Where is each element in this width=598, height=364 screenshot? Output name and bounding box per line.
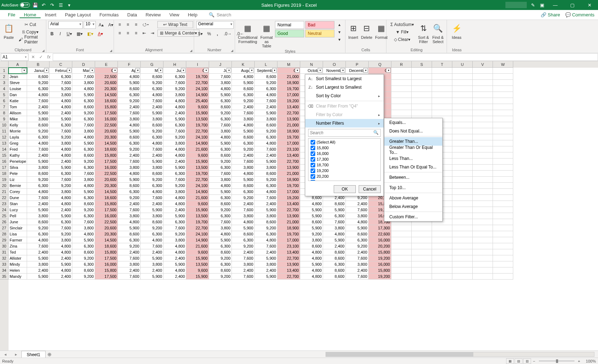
search-icon: 🔍 [209,12,214,17]
tab-data[interactable]: Data [123,12,141,17]
tab-review[interactable]: Review [141,12,165,17]
window-title: Sales Figures 2019 - Excel [73,2,505,8]
cut-button[interactable]: ✂ Cut [17,21,44,28]
comma-format-button[interactable]: , [214,30,221,37]
align-right-button[interactable]: ≡ [132,30,140,37]
tab-file[interactable]: File [4,10,20,20]
underline-button[interactable]: U▾ [65,30,74,37]
decrease-indent-button[interactable]: ⇤ [141,30,148,37]
account-icon[interactable] [505,2,527,8]
minimize-button[interactable]: — [548,0,562,10]
increase-font-button[interactable]: A▴ [97,21,105,28]
maximize-button[interactable]: ▢ [565,0,579,10]
insert-cells-button[interactable]: ⊞Insert [348,21,359,40]
autosave-toggle[interactable]: AutoSave Off [1,2,30,7]
font-name-select[interactable]: Arial [48,21,83,29]
tab-home[interactable]: Home [20,12,41,18]
format-as-table-button[interactable]: ▦Format as Table [260,21,274,49]
style-neutral-button[interactable]: Neutral [305,30,334,37]
number-format-select[interactable]: General [196,21,234,29]
paste-icon: 📋 [3,22,15,35]
align-top-button[interactable]: ≡ [116,21,123,28]
font-size-select[interactable]: 10 [84,21,96,29]
wrap-text-button[interactable]: ↩ Wrap Text [157,21,193,28]
formula-input[interactable] [53,53,598,61]
redo-icon[interactable]: ↷ [49,2,56,8]
sort-filter-button[interactable]: ⇅Sort & Filter [417,21,430,45]
italic-button[interactable]: I [57,30,64,37]
title-bar: AutoSave Off 💾 ↶ ↷ ☰ ▾ Sales Figures 201… [0,0,598,10]
styles-more-icon[interactable]: ▾ [336,36,343,43]
qat-dropdown-icon[interactable]: ▾ [66,2,73,8]
format-cells-button[interactable]: ▦Format [374,21,388,40]
align-bottom-button[interactable]: ≡ [132,21,140,28]
name-box[interactable]: A1▾ [1,53,28,61]
save-icon[interactable]: 💾 [32,2,38,8]
ideas-button[interactable]: ⚡Ideas [449,21,464,40]
conditional-formatting-button[interactable]: ▦Conditional Formatting [237,21,258,45]
merge-center-button[interactable]: ⊞ Merge & Center ▾ [157,30,199,37]
formula-bar: A1▾ ✕ ✓ fx [0,53,598,61]
delete-cells-button[interactable]: ⊟Delete [360,21,373,40]
touch-mode-icon[interactable]: ☰ [58,2,64,8]
ribbon-tabs: File HomeInsertPage LayoutFormulasDataRe… [0,10,598,20]
dialog-launcher-icon[interactable]: ◢ [231,49,233,52]
tab-page-layout[interactable]: Page Layout [61,12,95,17]
style-bad-button[interactable]: Bad [305,21,334,29]
comments-button[interactable]: 💬 Comments [565,12,594,17]
font-color-button[interactable]: A▾ [96,30,105,37]
tab-view[interactable]: View [165,12,183,17]
find-select-button[interactable]: 🔍Find & Select [431,21,444,45]
align-left-button[interactable]: ≡ [116,30,123,37]
orientation-button[interactable]: ⭯▾ [141,21,151,28]
app-mode-icon[interactable]: ▣ [539,2,545,8]
fx-icon[interactable]: fx [45,54,53,59]
tab-insert[interactable]: Insert [41,12,61,17]
fill-button[interactable]: ▼ Fill ▾ [389,28,416,36]
borders-button[interactable]: ▦▾ [75,30,84,37]
increase-indent-button[interactable]: ⇥ [149,30,156,37]
styles-scroll-up-icon[interactable]: ▴ [336,21,343,28]
increase-decimal-button[interactable]: .0→ [222,30,233,37]
styles-scroll-down-icon[interactable]: ▾ [336,28,343,36]
ribbon-display-icon[interactable]: ✎ [530,2,536,8]
tab-help[interactable]: Help [183,12,202,17]
dialog-launcher-icon[interactable]: ◢ [190,49,192,52]
undo-icon[interactable]: ↶ [41,2,47,8]
align-center-button[interactable]: ≡ [124,30,131,37]
dialog-launcher-icon[interactable]: ◢ [110,49,112,52]
enter-formula-icon[interactable]: ✓ [37,54,45,59]
paste-button[interactable]: 📋 Paste [2,21,15,40]
dialog-launcher-icon[interactable]: ◢ [42,49,45,52]
percent-format-button[interactable]: % [206,30,213,37]
autosum-button[interactable]: Σ AutoSum ▾ [389,21,416,28]
share-button[interactable]: 🔗 Share [541,12,560,17]
align-middle-button[interactable]: ≡ [124,21,131,28]
fill-color-button[interactable]: ◧▾ [85,30,95,37]
clear-button[interactable]: ◇ Clear ▾ [389,36,416,43]
style-normal-button[interactable]: Normal [275,21,304,29]
cancel-formula-icon[interactable]: ✕ [29,54,37,59]
tab-formulas[interactable]: Formulas [95,12,123,17]
style-good-button[interactable]: Good [275,30,304,37]
tell-me-search[interactable]: 🔍 Search [209,12,231,17]
bold-button[interactable]: B [48,30,56,37]
close-button[interactable]: ✕ [582,0,597,10]
ribbon: 📋 Paste ✂ Cut ⎘ Copy ▾ 🖌 Format Painter … [0,20,598,53]
format-painter-button[interactable]: 🖌 Format Painter [17,36,44,43]
accounting-format-button[interactable]: $▾ [196,30,204,37]
